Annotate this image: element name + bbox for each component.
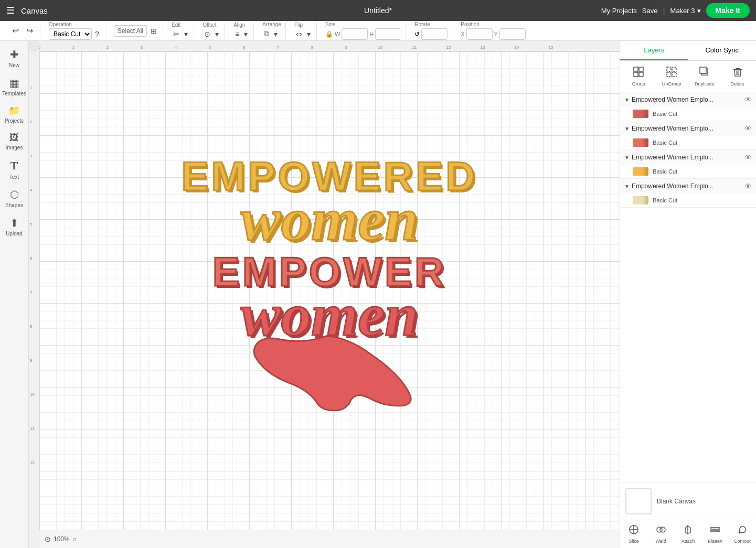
canvas-grid[interactable]: EMPOWERED women EMPOWER women [39,51,620,530]
layer-thumb-3 [633,167,648,176]
ruler-v-4: 4 [30,188,32,192]
svg-rect-1 [639,67,643,71]
bottom-bar: ⊙ 100% ○ [39,530,620,548]
flip-chevron-btn[interactable]: ▾ [305,29,312,39]
arrange-chevron-btn[interactable]: ▾ [272,29,279,39]
right-panel: Layers Color Sync Group UnGroup [620,41,756,548]
offset-label: Offset [203,23,220,28]
rotate-label: Rotate [414,22,448,27]
operation-section: Operation Basic Cut ? [45,22,105,40]
align-chevron-btn[interactable]: ▾ [242,29,249,39]
panel-action-group[interactable]: Group [623,64,654,89]
layer-visibility-1-icon[interactable]: 👁 [744,95,752,104]
bottom-tool-flatten[interactable]: Flatten [701,522,729,546]
select-all-button[interactable]: Select All [114,25,147,37]
layer-item-1[interactable]: Basic Cut [620,107,756,121]
align-btn[interactable]: ≡ [233,29,241,39]
layer-item-3[interactable]: Basic Cut [620,165,756,178]
position-x-input[interactable] [466,28,493,40]
rotate-input[interactable] [421,28,448,40]
canvas-area[interactable]: 0 1 2 3 4 5 6 7 8 9 10 11 12 13 14 15 1 … [29,41,620,548]
layer-visibility-4-icon[interactable]: 👁 [744,182,752,190]
panel-action-duplicate[interactable]: Duplicate [689,64,720,89]
zoom-fit-button[interactable]: ⊙ [45,535,51,543]
bottom-tool-weld[interactable]: Weld [647,522,675,546]
arrange-btn[interactable]: ⧉ [262,28,271,39]
sidebar-item-text[interactable]: T Text [1,156,27,183]
edit-chevron-btn[interactable]: ▾ [183,29,189,39]
duplicate-icon [699,66,710,80]
weld-label: Weld [656,539,666,544]
main-layout: ✚ New ▦ Templates 📁 Projects 🖼 Images T … [0,41,756,548]
flip-btn[interactable]: ⇔ [294,29,304,39]
my-projects-link[interactable]: My Projects [601,7,637,15]
layer-item-4[interactable]: Basic Cut [620,194,756,207]
toolbar: ↩ ↪ Operation Basic Cut ? Select All ⊞ E… [0,21,756,41]
sidebar-item-templates[interactable]: ▦ Templates [1,73,27,100]
align-label: Align [233,23,249,28]
sidebar-item-projects[interactable]: 📁 Projects [1,102,27,127]
arrange-label: Arrange [262,22,281,27]
bottom-tool-attach[interactable]: Attach [675,522,702,546]
top-nav: ☰ Canvas Untitled* My Projects Save | Ma… [0,0,756,21]
panel-action-ungroup[interactable]: UnGroup [656,64,687,89]
shapes-icon: ⬡ [10,188,19,201]
tab-layers[interactable]: Layers [620,41,688,60]
ruler-top: 0 1 2 3 4 5 6 7 8 9 10 11 12 13 14 15 [39,41,620,51]
hamburger-icon[interactable]: ☰ [6,5,15,16]
flip-section: Flip ⇔ ▾ [290,23,317,39]
ruler-h-3: 3 [141,45,143,50]
sidebar-item-text-label: Text [9,174,19,180]
tab-color-sync[interactable]: Color Sync [688,41,757,60]
svg-rect-9 [700,67,706,73]
save-button[interactable]: Save [642,7,658,15]
make-it-button[interactable]: Make It [706,3,750,18]
operation-label: Operation [49,22,101,27]
zoom-out-button[interactable]: ○ [72,535,77,543]
ruler-v-9: 9 [30,358,32,363]
position-y-input[interactable] [499,28,526,40]
bottom-tools: Slice Weld Attach Flatten [620,520,756,548]
edit-cut-btn[interactable]: ✂ [172,29,181,39]
bottom-tool-slice[interactable]: Slice [620,522,647,546]
layer-group-2-header[interactable]: ▼ Empowered Women Emplo... 👁 [620,121,756,136]
ruler-h-13: 13 [481,45,485,50]
size-h-input[interactable] [375,28,401,40]
size-w-input[interactable] [342,28,368,40]
right-actions: My Projects Save | Maker 3 ▾ Make It [601,3,750,18]
women-script-top: women [175,192,484,247]
select-all-icon-btn[interactable]: ⊞ [149,26,158,36]
machine-selector[interactable]: Maker 3 ▾ [670,7,701,15]
select-all-section: Select All ⊞ [110,25,163,37]
offset-chevron-btn[interactable]: ▾ [214,29,220,39]
layer-group-3-name: Empowered Women Emplo... [632,154,742,161]
arrange-section: Arrange ⧉ ▾ [258,22,286,39]
ruler-h-10: 10 [378,45,383,50]
size-section: Size 🔒 W H [321,22,406,40]
sidebar-item-new-label: New [9,62,19,68]
layer-item-2[interactable]: Basic Cut [620,136,756,149]
layer-group-1-header[interactable]: ▼ Empowered Women Emplo... 👁 [620,92,756,107]
sidebar-item-shapes[interactable]: ⬡ Shapes [1,185,27,211]
sidebar-item-images[interactable]: 🖼 Images [1,129,27,154]
bottom-tool-contour[interactable]: Contour [729,522,756,546]
layer-visibility-3-icon[interactable]: 👁 [744,153,752,162]
operation-help-button[interactable]: ? [93,29,101,39]
sidebar-item-upload[interactable]: ⬆ Upload [1,213,27,240]
redo-button[interactable]: ↪ [24,25,36,37]
undo-button[interactable]: ↩ [9,25,22,37]
layer-op-1: Basic Cut [653,111,677,117]
layer-visibility-2-icon[interactable]: 👁 [744,124,752,133]
delete-icon [732,66,743,80]
ruler-h-5: 5 [209,45,211,50]
ruler-left: 1 2 3 4 5 6 7 8 9 10 11 12 [29,51,39,548]
operation-select[interactable]: Basic Cut [49,28,92,40]
layer-group-4-header[interactable]: ▼ Empowered Women Emplo... 👁 [620,179,756,194]
offset-btn[interactable]: ⊙ [203,29,212,39]
ruler-v-10: 10 [30,392,35,397]
layer-group-3-header[interactable]: ▼ Empowered Women Emplo... 👁 [620,150,756,165]
sidebar-item-new[interactable]: ✚ New [1,45,27,71]
slice-label: Slice [629,539,639,544]
panel-action-delete[interactable]: Delete [722,64,753,89]
sidebar-item-images-label: Images [6,145,23,151]
